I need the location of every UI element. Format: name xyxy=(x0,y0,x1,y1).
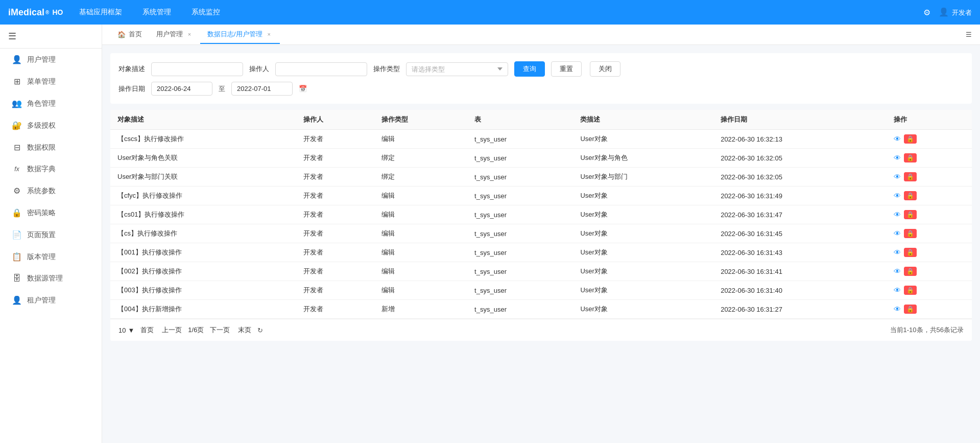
sys-params-icon: ⚙ xyxy=(12,186,22,196)
operation-date-label: 操作日期 xyxy=(118,84,145,94)
cell-table: t_sys_user xyxy=(467,186,573,205)
cell-date: 2022-06-30 16:31:27 xyxy=(713,300,887,319)
operator-label: 操作人 xyxy=(249,64,269,74)
view-icon[interactable]: 👁 xyxy=(894,267,901,275)
object-desc-input[interactable] xyxy=(151,62,243,76)
brand-suffix: HO xyxy=(52,8,63,16)
lock-icon[interactable]: 🔒 xyxy=(904,134,917,144)
nav-system-mgmt[interactable]: 系统管理 xyxy=(138,6,175,19)
user-account[interactable]: 👤 开发者 xyxy=(939,7,972,17)
data-dict-icon: fx xyxy=(12,166,22,173)
cell-op-type: 编辑 xyxy=(374,243,467,262)
sidebar-item-tenant-mgmt[interactable]: 👤 租户管理 xyxy=(0,289,102,311)
table-row: 【004】执行新增操作 开发者 新增 t_sys_user User对象 202… xyxy=(110,300,972,319)
brand-logo: iMedical® HO xyxy=(8,7,63,18)
view-icon[interactable]: 👁 xyxy=(894,286,901,294)
user-mgmt-icon: 👤 xyxy=(12,55,22,64)
lock-icon[interactable]: 🔒 xyxy=(904,191,917,200)
brand-name: iMedical xyxy=(8,7,44,18)
sidebar-item-data-dict[interactable]: fx 数据字典 xyxy=(0,158,102,180)
sidebar-item-page-preset[interactable]: 📄 页面预置 xyxy=(0,224,102,246)
lock-icon[interactable]: 🔒 xyxy=(904,210,917,219)
lock-icon[interactable]: 🔒 xyxy=(904,286,917,295)
tab-data-log-user[interactable]: 数据日志/用户管理 × xyxy=(200,26,280,44)
reset-button[interactable]: 重置 xyxy=(551,61,582,77)
cell-date: 2022-06-30 16:31:41 xyxy=(713,262,887,281)
calendar-icon[interactable]: 📅 xyxy=(299,85,307,92)
filter-row-1: 对象描述 操作人 操作类型 请选择类型 编辑 新增 删除 绑定 查询 重置 关闭 xyxy=(118,61,964,77)
cell-action: 👁 🔒 xyxy=(887,262,972,281)
view-icon[interactable]: 👁 xyxy=(894,211,901,219)
first-page-btn[interactable]: 首页 xyxy=(138,324,156,336)
sidebar-item-user-mgmt[interactable]: 👤 用户管理 xyxy=(0,49,102,71)
main-layout: ☰ 👤 用户管理 ⊞ 菜单管理 👥 角色管理 🔐 多级授权 ⊟ 数据权限 fx … xyxy=(0,25,980,443)
nav-basic-framework[interactable]: 基础应用框架 xyxy=(75,6,126,19)
lock-icon[interactable]: 🔒 xyxy=(904,229,917,238)
view-icon[interactable]: 👁 xyxy=(894,192,901,200)
settings-icon[interactable]: ⚙ xyxy=(923,8,930,17)
page-size-dropdown-icon[interactable]: ▼ xyxy=(128,327,134,334)
date-to-input[interactable] xyxy=(231,82,293,96)
cell-desc: 【002】执行修改操作 xyxy=(110,262,296,281)
top-nav: iMedical® HO 基础应用框架 系统管理 系统监控 ⚙ 👤 开发者 xyxy=(0,0,980,25)
last-page-btn[interactable]: 末页 xyxy=(236,324,253,336)
tab-user-mgmt[interactable]: 用户管理 × xyxy=(149,26,200,44)
cell-desc: 【cscs】执行修改操作 xyxy=(110,130,296,149)
page-size-selector: 10 ▼ xyxy=(118,327,134,334)
col-action: 操作 xyxy=(887,110,972,130)
table-container: 对象描述 操作人 操作类型 表 类描述 操作日期 操作 【cscs】执行修改操作… xyxy=(110,110,972,341)
view-icon[interactable]: 👁 xyxy=(894,305,901,313)
view-icon[interactable]: 👁 xyxy=(894,173,901,181)
cell-table: t_sys_user xyxy=(467,130,573,149)
cell-date: 2022-06-30 16:32:13 xyxy=(713,130,887,149)
refresh-icon[interactable]: ↻ xyxy=(257,327,263,334)
tab-bar-menu-icon[interactable]: ☰ xyxy=(966,31,972,38)
view-icon[interactable]: 👁 xyxy=(894,135,901,143)
operation-type-select[interactable]: 请选择类型 编辑 新增 删除 绑定 xyxy=(406,62,508,76)
cell-op-type: 编辑 xyxy=(374,281,467,300)
table-row: 【cs】执行修改操作 开发者 编辑 t_sys_user User对象 2022… xyxy=(110,224,972,243)
sidebar-item-role-mgmt[interactable]: 👥 角色管理 xyxy=(0,92,102,114)
lock-icon[interactable]: 🔒 xyxy=(904,267,917,276)
operator-input[interactable] xyxy=(275,62,367,76)
table-row: 【003】执行修改操作 开发者 编辑 t_sys_user User对象 202… xyxy=(110,281,972,300)
sidebar-item-label: 菜单管理 xyxy=(27,77,56,86)
sidebar-collapse-icon[interactable]: ☰ xyxy=(8,31,16,42)
filter-panel: 对象描述 操作人 操作类型 请选择类型 编辑 新增 删除 绑定 查询 重置 关闭 xyxy=(110,53,972,104)
sidebar-item-pwd-policy[interactable]: 🔒 密码策略 xyxy=(0,202,102,224)
view-icon[interactable]: 👁 xyxy=(894,229,901,238)
close-button[interactable]: 关闭 xyxy=(590,61,620,77)
cell-date: 2022-06-30 16:32:05 xyxy=(713,168,887,186)
cell-action: 👁 🔒 xyxy=(887,186,972,205)
tab-data-log-close[interactable]: × xyxy=(266,31,273,38)
view-icon[interactable]: 👁 xyxy=(894,154,901,162)
lock-icon[interactable]: 🔒 xyxy=(904,172,917,181)
sidebar-item-datasource-mgmt[interactable]: 🗄 数据源管理 xyxy=(0,268,102,289)
sidebar-item-multi-auth[interactable]: 🔐 多级授权 xyxy=(0,114,102,136)
tab-user-mgmt-close[interactable]: × xyxy=(186,31,193,38)
next-page-btn[interactable]: 下一页 xyxy=(208,324,232,336)
cell-table: t_sys_user xyxy=(467,149,573,168)
nav-system-monitor[interactable]: 系统监控 xyxy=(187,6,224,19)
lock-icon[interactable]: 🔒 xyxy=(904,153,917,162)
sidebar-item-data-perm[interactable]: ⊟ 数据权限 xyxy=(0,136,102,158)
lock-icon[interactable]: 🔒 xyxy=(904,248,917,257)
prev-page-btn[interactable]: 上一页 xyxy=(160,324,184,336)
sidebar-header: ☰ xyxy=(0,25,102,49)
sidebar-item-menu-mgmt[interactable]: ⊞ 菜单管理 xyxy=(0,71,102,92)
date-from-input[interactable] xyxy=(151,82,212,96)
cell-op-type: 编辑 xyxy=(374,224,467,243)
cell-operator: 开发者 xyxy=(296,186,374,205)
total-info: 当前1-10条，共56条记录 xyxy=(890,325,964,335)
sidebar-item-label: 多级授权 xyxy=(27,121,56,130)
tab-home[interactable]: 🏠 首页 xyxy=(110,26,149,44)
query-button[interactable]: 查询 xyxy=(514,61,545,77)
sidebar-item-version-mgmt[interactable]: 📋 版本管理 xyxy=(0,246,102,268)
lock-icon[interactable]: 🔒 xyxy=(904,305,917,314)
col-op-type: 操作类型 xyxy=(374,110,467,130)
sidebar-item-sys-params[interactable]: ⚙ 系统参数 xyxy=(0,180,102,202)
cell-date: 2022-06-30 16:31:43 xyxy=(713,243,887,262)
cell-action: 👁 🔒 xyxy=(887,224,972,243)
view-icon[interactable]: 👁 xyxy=(894,248,901,257)
home-icon: 🏠 xyxy=(117,31,126,38)
